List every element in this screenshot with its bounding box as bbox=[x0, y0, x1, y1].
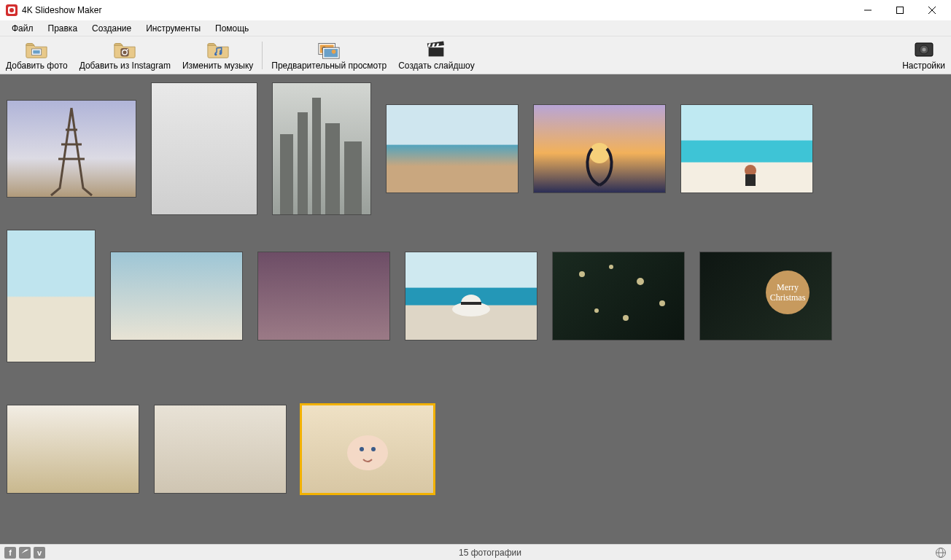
svg-rect-34 bbox=[745, 174, 756, 186]
svg-point-39 bbox=[609, 265, 613, 269]
svg-rect-27 bbox=[280, 134, 293, 214]
menu-edit[interactable]: Правка bbox=[41, 22, 85, 35]
folder-instagram-icon bbox=[113, 40, 136, 59]
svg-point-41 bbox=[659, 300, 665, 306]
svg-rect-3 bbox=[897, 7, 904, 14]
minimize-button[interactable] bbox=[852, 0, 884, 20]
thumbnail-wedding[interactable] bbox=[155, 405, 286, 493]
preview-button[interactable]: Предварительный просмотр bbox=[265, 36, 392, 74]
svg-point-43 bbox=[623, 315, 629, 321]
svg-point-42 bbox=[594, 308, 599, 313]
menubar: Файл Правка Создание Инструменты Помощь bbox=[0, 20, 951, 36]
globe-icon[interactable] bbox=[935, 547, 947, 559]
menu-help[interactable]: Помощь bbox=[208, 22, 256, 35]
thumbnail-merry-xmas[interactable]: MerryChristmas bbox=[700, 252, 831, 340]
thumbnail-hat-beach[interactable] bbox=[405, 252, 537, 340]
thumbnail-xmas-tree[interactable] bbox=[553, 252, 684, 340]
svg-rect-31 bbox=[344, 141, 362, 214]
settings-button[interactable]: Настройки bbox=[896, 36, 951, 74]
facebook-icon[interactable]: f bbox=[4, 547, 16, 559]
menu-file[interactable]: Файл bbox=[4, 22, 41, 35]
change-music-button[interactable]: Изменить музыку bbox=[176, 36, 259, 74]
thumbnail-girl-window[interactable] bbox=[152, 83, 257, 214]
folder-music-icon bbox=[206, 40, 230, 59]
twitter-icon[interactable] bbox=[19, 547, 31, 559]
add-instagram-button[interactable]: Добавить из Instagram bbox=[74, 36, 176, 74]
thumbnail-skyline[interactable] bbox=[273, 83, 370, 214]
svg-rect-37 bbox=[461, 302, 481, 305]
toolbar: Добавить фото Добавить из Instagram Изме… bbox=[0, 36, 951, 74]
preview-icon bbox=[317, 40, 341, 59]
svg-point-26 bbox=[922, 47, 925, 51]
photo-canvas[interactable]: MerryChristmas bbox=[0, 74, 951, 544]
menu-create[interactable]: Создание bbox=[85, 22, 139, 35]
svg-point-18 bbox=[332, 50, 336, 54]
thumbnail-kneel-beach[interactable] bbox=[7, 230, 95, 362]
create-slideshow-button[interactable]: Создать слайдшоу bbox=[392, 36, 480, 74]
app-icon bbox=[6, 4, 18, 16]
toolbar-separator bbox=[262, 42, 263, 69]
svg-point-11 bbox=[214, 52, 217, 55]
svg-point-1 bbox=[9, 8, 14, 12]
svg-rect-17 bbox=[325, 49, 338, 57]
svg-rect-19 bbox=[429, 47, 444, 56]
svg-rect-7 bbox=[34, 50, 40, 53]
svg-rect-28 bbox=[298, 112, 308, 214]
svg-point-32 bbox=[589, 143, 610, 163]
thumbnail-turquoise-beach[interactable] bbox=[681, 105, 812, 192]
svg-point-47 bbox=[347, 435, 388, 470]
svg-rect-30 bbox=[325, 123, 340, 214]
maximize-button[interactable] bbox=[884, 0, 916, 20]
thumbnail-row bbox=[7, 405, 944, 493]
svg-text:Christmas: Christmas bbox=[770, 292, 806, 303]
svg-point-38 bbox=[579, 271, 585, 277]
folder-photo-icon bbox=[25, 40, 48, 59]
statusbar: f v 15 фотографии bbox=[0, 544, 951, 560]
settings-icon bbox=[912, 40, 936, 59]
vimeo-icon[interactable]: v bbox=[34, 547, 45, 559]
svg-rect-29 bbox=[312, 98, 321, 214]
thumbnail-family-kiss[interactable] bbox=[258, 252, 389, 340]
thumbnail-row: MerryChristmas bbox=[7, 230, 944, 362]
app-title: 4K Slideshow Maker bbox=[22, 5, 101, 15]
clapper-icon bbox=[424, 40, 448, 59]
thumbnail-row bbox=[7, 83, 944, 214]
add-photo-button[interactable]: Добавить фото bbox=[0, 36, 74, 74]
thumbnail-beach-walk[interactable] bbox=[387, 105, 518, 192]
svg-point-49 bbox=[371, 447, 376, 451]
thumbnail-rings[interactable] bbox=[7, 405, 139, 493]
titlebar: 4K Slideshow Maker bbox=[0, 0, 951, 20]
svg-point-12 bbox=[219, 52, 221, 54]
thumbnail-sunset-heart[interactable] bbox=[534, 105, 665, 192]
thumbnail-lifeguard[interactable] bbox=[111, 252, 242, 340]
menu-tools[interactable]: Инструменты bbox=[139, 22, 208, 35]
svg-point-10 bbox=[127, 49, 128, 50]
thumbnail-baby[interactable] bbox=[302, 405, 433, 493]
status-count: 15 фотографии bbox=[45, 548, 935, 558]
thumbnail-eiffel[interactable] bbox=[7, 101, 136, 197]
close-button[interactable] bbox=[916, 0, 948, 20]
svg-text:Merry: Merry bbox=[777, 282, 799, 292]
svg-point-48 bbox=[360, 447, 364, 451]
svg-point-40 bbox=[637, 278, 644, 285]
